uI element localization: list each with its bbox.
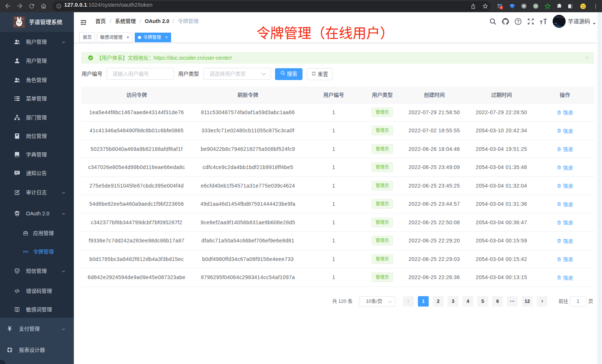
svg-text:⌘: ⌘: [522, 4, 526, 8]
svg-text:9: 9: [500, 6, 502, 9]
